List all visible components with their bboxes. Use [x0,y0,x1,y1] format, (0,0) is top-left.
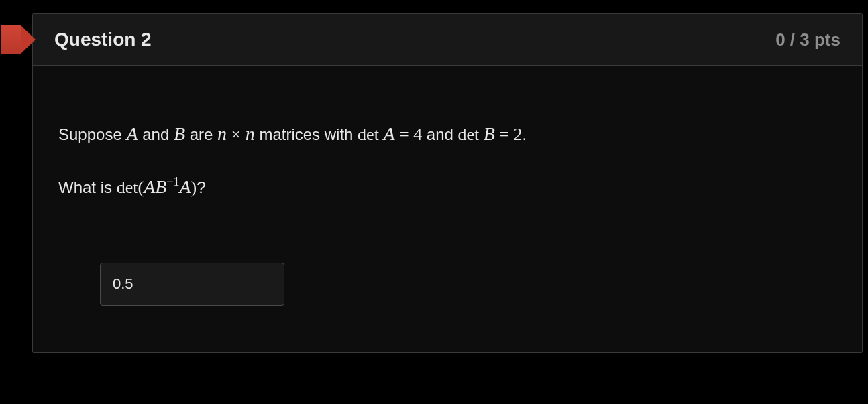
text: are [185,125,217,143]
prompt-line-1: Suppose A and B are n × n matrices with … [58,119,836,149]
text: ? [197,178,205,196]
question-title: Question 2 [54,29,152,50]
question-points: 0 / 3 pts [775,29,840,50]
math-det: det [358,125,379,144]
question-card: Question 2 0 / 3 pts Suppose A and B are… [32,13,863,353]
answer-row [100,263,836,306]
text: What is [58,178,117,196]
math-var-B: B [174,123,185,144]
math-var-B: B [155,176,166,197]
math-paren-open: ( [138,178,144,197]
prompt-line-2: What is det(AB−1A)? [58,172,836,202]
math-var-A: A [180,176,191,197]
math-eq: = [495,125,514,144]
math-val: 4 [413,125,422,144]
math-var-n: n [217,123,227,144]
math-var-A: A [126,123,138,144]
math-paren-close: ) [191,178,197,197]
text: and [138,125,174,143]
text: Suppose [58,125,126,143]
answer-input[interactable] [100,263,284,306]
math-var-B: B [484,123,495,144]
math-var-A: A [383,123,394,144]
text: matrices with [255,125,358,143]
text: . [523,125,527,143]
question-header: Question 2 0 / 3 pts [33,14,862,66]
math-val: 2 [514,125,523,144]
math-det: det [458,125,480,144]
math-var-n: n [246,123,255,144]
question-body: Suppose A and B are n × n matrices with … [33,66,862,352]
math-times: × [227,125,246,144]
math-det: det [117,178,138,197]
text: and [422,125,457,143]
math-var-A: A [144,176,155,197]
incorrect-arrow-icon [1,25,33,54]
math-eq: = [394,125,413,144]
math-sup-neg1: −1 [166,175,179,188]
